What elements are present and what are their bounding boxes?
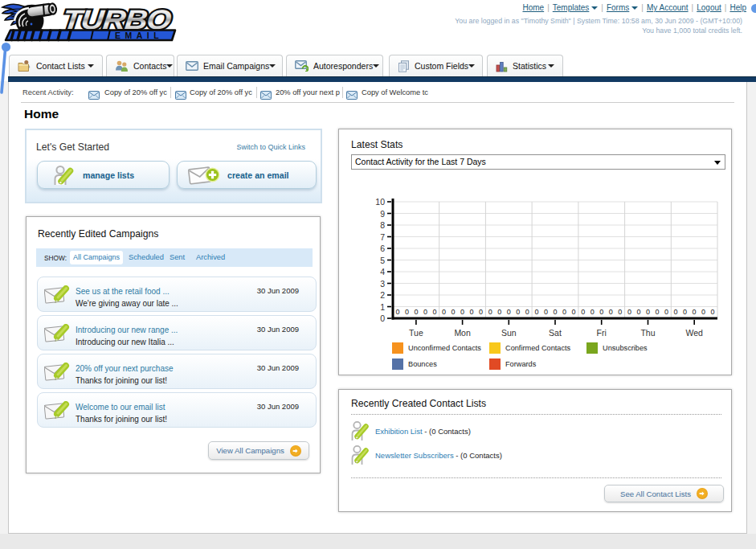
svg-text:Sat: Sat xyxy=(549,328,562,338)
svg-text:0: 0 xyxy=(683,308,687,316)
svg-text:0: 0 xyxy=(432,308,436,316)
svg-text:0: 0 xyxy=(423,308,427,316)
svg-text:1: 1 xyxy=(380,302,385,312)
svg-text:0: 0 xyxy=(395,308,399,316)
svg-text:5: 5 xyxy=(380,256,385,265)
svg-text:Mon: Mon xyxy=(454,328,471,338)
svg-text:0: 0 xyxy=(655,308,659,316)
svg-text:0: 0 xyxy=(405,308,409,316)
svg-text:0: 0 xyxy=(470,308,474,316)
svg-text:0: 0 xyxy=(711,308,715,316)
svg-text:0: 0 xyxy=(452,308,456,316)
svg-text:9: 9 xyxy=(380,209,385,219)
svg-text:4: 4 xyxy=(380,267,385,277)
svg-text:0: 0 xyxy=(534,308,538,316)
svg-text:Thu: Thu xyxy=(640,328,655,338)
svg-text:0: 0 xyxy=(442,308,446,316)
svg-text:10: 10 xyxy=(375,197,385,207)
svg-text:0: 0 xyxy=(380,313,385,323)
svg-text:0: 0 xyxy=(581,308,585,316)
svg-text:0: 0 xyxy=(618,308,622,316)
svg-text:0: 0 xyxy=(553,308,557,316)
svg-text:0: 0 xyxy=(636,308,640,316)
svg-text:0: 0 xyxy=(525,308,529,316)
svg-text:0: 0 xyxy=(507,308,511,316)
svg-text:Wed: Wed xyxy=(685,328,703,338)
svg-text:Fri: Fri xyxy=(597,328,607,338)
svg-text:0: 0 xyxy=(460,308,464,316)
svg-text:0: 0 xyxy=(664,308,668,316)
svg-text:2: 2 xyxy=(380,290,385,300)
svg-text:3: 3 xyxy=(380,279,385,289)
svg-text:8: 8 xyxy=(380,220,385,230)
svg-text:0: 0 xyxy=(516,308,520,316)
svg-text:0: 0 xyxy=(562,308,566,316)
svg-text:0: 0 xyxy=(571,308,575,316)
svg-text:7: 7 xyxy=(380,232,385,242)
svg-text:0: 0 xyxy=(590,308,595,316)
svg-text:0: 0 xyxy=(609,308,613,316)
svg-text:0: 0 xyxy=(488,308,492,316)
svg-text:6: 6 xyxy=(380,244,385,253)
svg-text:0: 0 xyxy=(646,308,650,316)
svg-text:0: 0 xyxy=(693,308,697,316)
svg-text:EMAIL: EMAIL xyxy=(115,31,163,40)
svg-text:0: 0 xyxy=(479,308,483,316)
svg-text:0: 0 xyxy=(544,308,548,316)
svg-text:0: 0 xyxy=(414,308,418,316)
svg-text:Tue: Tue xyxy=(409,328,423,338)
svg-text:0: 0 xyxy=(674,308,678,316)
svg-text:0: 0 xyxy=(627,308,631,316)
svg-text:0: 0 xyxy=(599,308,603,316)
svg-text:Sun: Sun xyxy=(501,328,517,338)
svg-text:0: 0 xyxy=(497,308,501,316)
svg-text:0: 0 xyxy=(701,308,705,316)
